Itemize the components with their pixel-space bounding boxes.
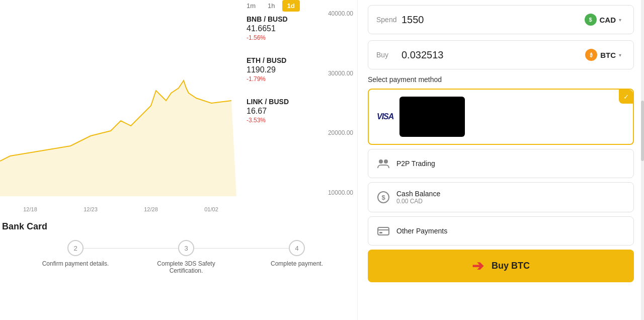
price-chart <box>0 10 236 196</box>
other-text: Other Payments <box>396 227 625 235</box>
chart-container <box>0 10 242 201</box>
step-item-3: 3 Complete 3DS Safety Certification. <box>131 240 242 274</box>
cash-name: Cash Balance <box>396 190 625 198</box>
coin-change-eth: -1.79% <box>247 75 347 83</box>
cash-sub: 0.00 CAD <box>396 198 625 205</box>
other-payments-icon <box>376 224 390 238</box>
chart-fill-path <box>0 81 236 196</box>
arrow-icon: ➔ <box>472 258 484 274</box>
bank-card-section: Bank Card 2 Confirm payment details. 3 C… <box>0 216 357 320</box>
buy-btc-button[interactable]: ➔ Buy BTC <box>368 250 634 282</box>
p2p-text: P2P Trading <box>396 159 625 168</box>
spend-value: 1550 <box>401 14 581 26</box>
step-circle-4: 4 <box>289 240 305 256</box>
chart-area: 1m 1h 1d 40000.00 30000.00 20000.00 1000… <box>0 0 357 216</box>
time-buttons: 1m 1h 1d <box>242 0 300 12</box>
buy-row: Buy 0.032513 ₿ BTC ▾ <box>368 40 634 69</box>
coin-price-eth: 1190.29 <box>247 65 347 74</box>
spend-currency-code: CAD <box>600 16 616 24</box>
visa-logo: VISA <box>377 112 393 121</box>
time-btn-1d[interactable]: 1d <box>282 0 300 12</box>
coin-item-bnb[interactable]: BNB / BUSD 41.6651 -1.56% <box>247 15 347 41</box>
other-name: Other Payments <box>396 227 625 235</box>
svg-rect-4 <box>378 227 389 235</box>
visa-card-image <box>399 97 465 137</box>
scrollbar-track <box>641 0 644 320</box>
coin-item-link[interactable]: LINK / BUSD 16.67 -3.53% <box>247 98 347 124</box>
coin-price-link: 16.67 <box>247 107 347 116</box>
coin-list: BNB / BUSD 41.6651 -1.56% ETH / BUSD 119… <box>247 15 347 139</box>
coin-change-bnb: -1.56% <box>247 34 347 41</box>
svg-text:$: $ <box>381 194 385 201</box>
visa-checkmark-icon: ✓ <box>619 90 633 104</box>
coin-pair-bnb: BNB / BUSD <box>247 15 347 23</box>
coin-price-bnb: 41.6651 <box>247 24 347 33</box>
svg-point-0 <box>379 159 383 164</box>
svg-point-1 <box>384 159 388 164</box>
spend-row: Spend 1550 $ CAD ▾ <box>368 5 634 34</box>
time-btn-1m[interactable]: 1m <box>242 0 261 12</box>
btc-selector[interactable]: ₿ BTC ▾ <box>581 47 625 63</box>
coin-pair-eth: ETH / BUSD <box>247 56 347 64</box>
time-btn-1h[interactable]: 1h <box>263 0 280 12</box>
cad-icon: $ <box>585 14 597 26</box>
steps-row: 2 Confirm payment details. 3 Complete 3D… <box>0 240 357 274</box>
p2p-name: P2P Trading <box>396 159 625 168</box>
other-payments-option[interactable]: Other Payments <box>368 216 634 246</box>
buy-chevron-icon: ▾ <box>619 52 621 58</box>
spend-label: Spend <box>376 16 401 24</box>
step-circle-3: 3 <box>178 240 194 256</box>
p2p-payment-option[interactable]: P2P Trading <box>368 149 634 178</box>
visa-payment-option[interactable]: ✓ VISA <box>368 89 634 145</box>
step-label-2: Confirm payment details. <box>42 260 109 267</box>
cad-selector[interactable]: $ CAD ▾ <box>581 12 626 28</box>
x-label-3: 12/28 <box>144 206 158 212</box>
cash-icon: $ <box>376 190 390 204</box>
step-item-4: 4 Complete payment. <box>242 240 352 267</box>
x-label-2: 12/23 <box>84 206 98 212</box>
coin-change-link: -3.53% <box>247 117 347 124</box>
cash-text: Cash Balance 0.00 CAD <box>396 190 625 205</box>
coin-pair-link: LINK / BUSD <box>247 98 347 106</box>
step-label-3: Complete 3DS Safety Certification. <box>146 260 226 274</box>
spend-chevron-icon: ▾ <box>619 17 621 23</box>
btc-icon: ₿ <box>585 49 597 61</box>
x-label-4: 01/02 <box>204 206 218 212</box>
main-wrapper: 1m 1h 1d 40000.00 30000.00 20000.00 1000… <box>0 0 644 320</box>
left-panel: 1m 1h 1d 40000.00 30000.00 20000.00 1000… <box>0 0 357 320</box>
y-label-4: 10000.00 <box>328 189 353 196</box>
buy-currency-code: BTC <box>600 51 616 59</box>
step-label-4: Complete payment. <box>271 260 323 267</box>
payment-method-label: Select payment method <box>368 75 634 84</box>
x-axis: 12/18 12/23 12/28 01/02 <box>0 206 242 212</box>
cash-balance-option[interactable]: $ Cash Balance 0.00 CAD <box>368 182 634 212</box>
buy-btc-label: Buy BTC <box>492 261 530 271</box>
buy-value: 0.032513 <box>401 49 581 61</box>
x-label-1: 12/18 <box>23 206 37 212</box>
right-panel: Spend 1550 $ CAD ▾ Buy 0.032513 ₿ BTC ▾ … <box>357 0 644 320</box>
step-item-2: 2 Confirm payment details. <box>20 240 131 267</box>
scrollbar-thumb[interactable] <box>641 101 644 161</box>
coin-item-eth[interactable]: ETH / BUSD 1190.29 -1.79% <box>247 56 347 83</box>
svg-rect-5 <box>379 232 382 233</box>
buy-label: Buy <box>376 51 401 59</box>
bank-card-title: Bank Card <box>0 221 357 232</box>
step-circle-2: 2 <box>67 240 84 256</box>
p2p-icon <box>376 156 390 171</box>
